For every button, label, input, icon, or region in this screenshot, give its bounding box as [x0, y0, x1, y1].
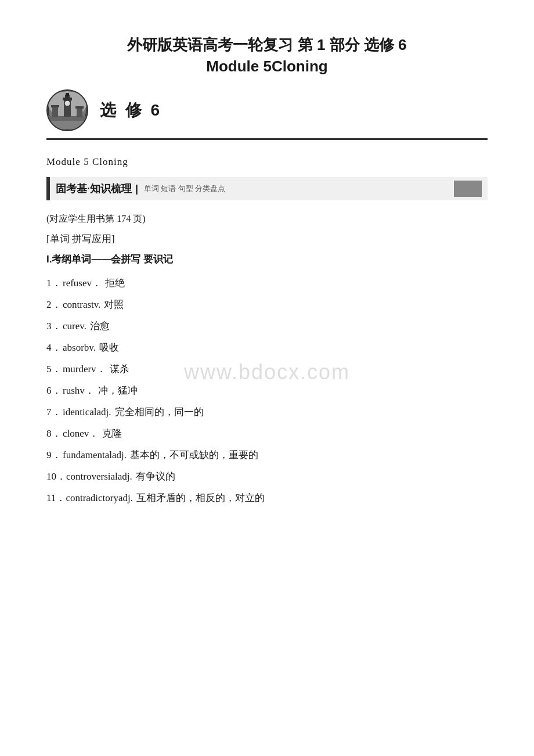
header-title: 选 修 6	[100, 99, 162, 121]
vocab-word: controversial	[66, 471, 118, 483]
vocab-meaning: 治愈	[90, 319, 110, 333]
vocab-word: contrast	[63, 299, 94, 311]
vocab-word: identical	[63, 406, 97, 418]
vocab-word: clone	[63, 428, 84, 440]
vocab-item: 9．fundamental adj. 基本的，不可或缺的，重要的	[46, 448, 488, 462]
vocab-word: refuse	[63, 278, 87, 289]
vocab-word: rush	[63, 385, 80, 397]
section-header: 固考基·知识梳理 | 单词 短语 句型 分类盘点	[46, 177, 488, 200]
vocab-number: 2．	[46, 298, 63, 311]
vocab-number: 4．	[46, 341, 63, 354]
vocab-number: 11．	[46, 491, 66, 505]
vocab-item: 5．murder v． 谋杀	[46, 362, 488, 376]
vocab-meaning: 完全相同的，同一的	[115, 405, 204, 419]
vocab-meaning: 谋杀	[110, 362, 129, 376]
vocab-pos: v.	[89, 342, 96, 354]
header-illustration	[48, 91, 87, 130]
svg-rect-10	[77, 108, 82, 117]
vocab-meaning: 有争议的	[136, 470, 175, 483]
vocab-meaning: 冲，猛冲	[98, 384, 138, 397]
vocab-pos: v．	[87, 276, 102, 290]
sub-section-title: [单词 拼写应用]	[46, 232, 488, 246]
vocab-number: 9．	[46, 448, 63, 462]
section-header-main: 固考基·知识梳理	[56, 182, 132, 196]
page-title: 外研版英语高考一轮复习 第 1 部分 选修 6 Module 5Cloning	[46, 35, 488, 75]
vocab-item: 11．contradictory adj. 互相矛盾的，相反的，对立的	[46, 491, 488, 505]
vocab-word: murder	[63, 363, 91, 375]
vocab-pos: adj.	[97, 406, 111, 418]
vocab-word: contradictory	[66, 492, 118, 504]
vocab-pos: adj.	[118, 471, 132, 483]
vocab-number: 10．	[46, 470, 66, 483]
vocab-section-title: I.考纲单词——会拼写 要识记	[46, 253, 488, 266]
vocab-meaning: 基本的，不可或缺的，重要的	[130, 448, 258, 462]
vocab-item: 4．absorb v. 吸收	[46, 341, 488, 354]
vocab-item: 2．contrast v. 对照	[46, 298, 488, 311]
vocab-item: 7．identical adj. 完全相同的，同一的	[46, 405, 488, 419]
vocab-pos: v.	[94, 299, 101, 311]
vocab-meaning: 克隆	[102, 427, 122, 440]
page-ref: (对应学生用书第 174 页)	[46, 213, 488, 225]
vocab-pos: v．	[80, 384, 95, 397]
vocab-meaning: 对照	[104, 298, 124, 311]
vocab-meaning: 拒绝	[105, 276, 125, 290]
svg-rect-6	[66, 93, 69, 96]
vocab-pos: v．	[84, 427, 99, 440]
vocab-number: 3．	[46, 319, 63, 333]
vocab-item: 10．controversial adj. 有争议的	[46, 470, 488, 483]
vocab-item: 3．cure v. 治愈	[46, 319, 488, 333]
vocab-word: fundamental	[63, 449, 112, 461]
svg-rect-8	[52, 107, 58, 117]
vocab-list: 1．refuse v． 拒绝2．contrast v. 对照3．cure v. …	[46, 276, 488, 505]
header-section: 选 修 6	[46, 89, 488, 140]
vocab-number: 1．	[46, 276, 63, 290]
svg-rect-9	[51, 105, 59, 107]
vocab-pos: v.	[80, 321, 86, 332]
vocab-meaning: 吸收	[99, 341, 119, 354]
section-header-pipe: |	[135, 183, 138, 195]
section-header-box	[454, 181, 482, 197]
module-line: Module 5 Cloning	[46, 156, 488, 168]
title-line1: 外研版英语高考一轮复习 第 1 部分 选修 6	[46, 35, 488, 55]
vocab-meaning: 互相矛盾的，相反的，对立的	[136, 491, 265, 505]
vocab-word: absorb	[63, 342, 89, 354]
title-line2: Module 5Cloning	[46, 57, 488, 75]
vocab-pos: adj.	[112, 449, 127, 461]
svg-rect-12	[48, 121, 86, 129]
section-header-sub: 单词 短语 句型 分类盘点	[144, 183, 225, 194]
svg-point-7	[64, 100, 70, 106]
vocab-number: 8．	[46, 427, 63, 440]
vocab-pos: v．	[91, 362, 106, 376]
vocab-pos: adj.	[118, 492, 133, 504]
vocab-item: 1．refuse v． 拒绝	[46, 276, 488, 290]
vocab-number: 6．	[46, 384, 63, 397]
vocab-word: cure	[63, 321, 80, 332]
svg-rect-11	[75, 106, 84, 109]
header-image	[46, 89, 88, 131]
vocab-item: 6．rush v． 冲，猛冲	[46, 384, 488, 397]
vocab-item: 8．clone v． 克隆	[46, 427, 488, 440]
vocab-number: 5．	[46, 362, 63, 376]
vocab-number: 7．	[46, 405, 63, 419]
